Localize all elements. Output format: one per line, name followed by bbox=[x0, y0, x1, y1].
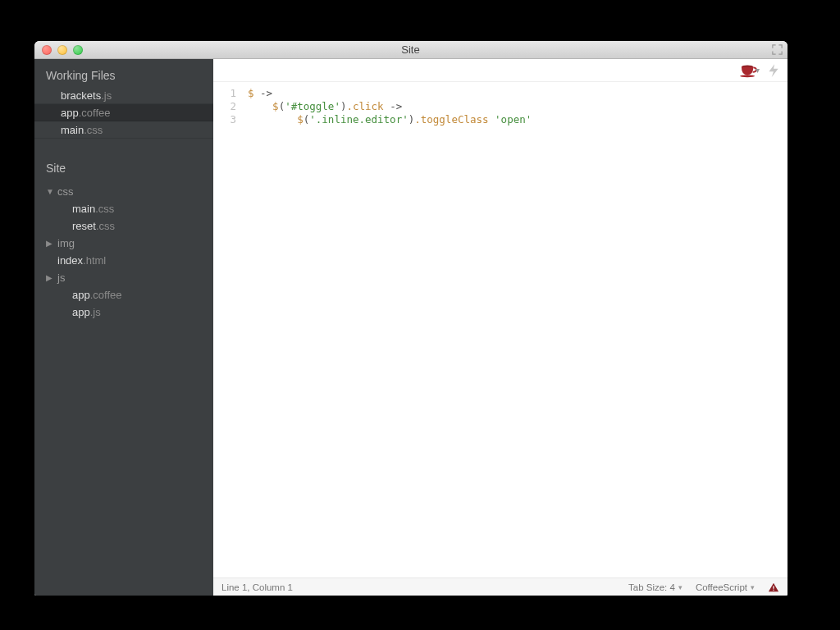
tree-file[interactable]: reset.css bbox=[34, 217, 213, 235]
coffee-icon bbox=[739, 63, 757, 78]
working-file-item[interactable]: brackets.js bbox=[34, 87, 213, 104]
twisty-icon[interactable]: ▶ bbox=[46, 239, 54, 248]
tree-folder[interactable]: ▼css bbox=[34, 183, 213, 200]
app-window: Site Working Files brackets.jsapp.coffee… bbox=[34, 41, 788, 596]
file-basename: brackets bbox=[61, 89, 101, 102]
tree-item-basename: main bbox=[72, 203, 95, 215]
working-file-item[interactable]: main.css bbox=[34, 121, 213, 139]
editor-toolbar: ▾ bbox=[213, 59, 788, 82]
code-token: '#toggle' bbox=[285, 100, 340, 112]
tree-item-basename: js bbox=[57, 272, 65, 284]
working-files-header: Working Files bbox=[34, 59, 213, 87]
fullscreen-icon[interactable] bbox=[771, 43, 783, 56]
cursor-position: Line 1, Column 1 bbox=[221, 582, 293, 592]
error-indicator[interactable] bbox=[761, 582, 779, 593]
tab-size-menu[interactable]: Tab Size: 4 ▾ bbox=[622, 582, 689, 592]
code-token: .click bbox=[346, 100, 390, 112]
code-line[interactable]: $('.inline.editor').toggleClass 'open' bbox=[248, 113, 788, 126]
tree-folder[interactable]: ▶img bbox=[34, 235, 213, 252]
tree-item-basename: app bbox=[72, 289, 90, 301]
code-token: -> bbox=[390, 100, 402, 112]
chevron-down-icon: ▾ bbox=[751, 583, 755, 591]
language-label: CoffeeScript bbox=[696, 582, 747, 592]
code-token: .toggleClass bbox=[414, 113, 495, 126]
tree-file[interactable]: main.css bbox=[34, 200, 213, 217]
file-extension: .js bbox=[101, 89, 112, 102]
tree-file[interactable]: app.js bbox=[34, 304, 213, 321]
window-body: Working Files brackets.jsapp.coffeemain.… bbox=[34, 59, 788, 596]
code-content[interactable]: $ -> $('#toggle').click -> $('.inline.ed… bbox=[243, 87, 788, 578]
language-mode-menu[interactable]: CoffeeScript ▾ bbox=[689, 582, 761, 592]
chevron-down-icon: ▾ bbox=[756, 66, 760, 75]
editor-pane: ▾ 123 $ -> $('#toggle').click -> $('.inl… bbox=[213, 59, 788, 596]
code-token bbox=[248, 113, 297, 126]
file-basename: app bbox=[61, 107, 79, 119]
tree-item-extension: .coffee bbox=[90, 289, 122, 301]
code-token: 'open' bbox=[495, 113, 532, 126]
line-number: 3 bbox=[213, 113, 236, 126]
line-number: 2 bbox=[213, 100, 236, 113]
project-tree: ▼cssmain.cssreset.css▶imgindex.html▶jsap… bbox=[34, 180, 213, 321]
code-token: $ bbox=[297, 113, 304, 126]
tree-file[interactable]: app.coffee bbox=[34, 286, 213, 304]
tree-item-extension: .html bbox=[83, 254, 106, 267]
tree-item-basename: reset bbox=[72, 220, 96, 232]
code-token bbox=[248, 100, 272, 112]
code-token: $ bbox=[248, 87, 260, 99]
code-token: '.inline.editor' bbox=[309, 113, 408, 126]
sidebar: Working Files brackets.jsapp.coffeemain.… bbox=[34, 59, 213, 596]
svg-point-1 bbox=[740, 75, 755, 77]
svg-rect-3 bbox=[773, 589, 774, 590]
code-line[interactable]: $ -> bbox=[248, 87, 788, 100]
code-token: -> bbox=[260, 87, 272, 99]
tree-item-basename: img bbox=[57, 237, 75, 249]
tree-item-basename: css bbox=[57, 185, 74, 198]
svg-rect-2 bbox=[773, 586, 774, 589]
tree-item-extension: .css bbox=[95, 203, 114, 215]
working-file-item[interactable]: app.coffee bbox=[34, 104, 213, 121]
line-number-gutter: 123 bbox=[213, 87, 243, 578]
tree-item-basename: index bbox=[57, 254, 83, 267]
tab-size-label: Tab Size: 4 bbox=[628, 582, 675, 592]
titlebar: Site bbox=[34, 41, 788, 59]
line-number: 1 bbox=[213, 87, 236, 100]
tree-item-extension: .js bbox=[90, 306, 101, 318]
file-extension: .css bbox=[84, 124, 103, 136]
twisty-icon[interactable]: ▶ bbox=[46, 273, 54, 282]
file-basename: main bbox=[61, 124, 84, 136]
window-title: Site bbox=[34, 43, 788, 56]
file-extension: .coffee bbox=[79, 107, 111, 119]
twisty-icon[interactable]: ▼ bbox=[46, 187, 54, 196]
code-token: $ bbox=[272, 100, 279, 112]
tree-folder[interactable]: ▶js bbox=[34, 269, 213, 286]
tree-item-extension: .css bbox=[96, 220, 115, 232]
live-preview-button[interactable] bbox=[766, 63, 781, 78]
working-files-list: brackets.jsapp.coffeemain.css bbox=[34, 87, 213, 139]
code-editor[interactable]: 123 $ -> $('#toggle').click -> $('.inlin… bbox=[213, 82, 788, 578]
tree-file[interactable]: index.html bbox=[34, 252, 213, 269]
code-line[interactable]: $('#toggle').click -> bbox=[248, 100, 788, 113]
status-bar: Line 1, Column 1 Tab Size: 4 ▾ CoffeeScr… bbox=[213, 578, 788, 596]
project-header: Site bbox=[34, 139, 213, 180]
warning-icon bbox=[768, 582, 779, 593]
chevron-down-icon: ▾ bbox=[678, 583, 682, 591]
coffeescript-menu[interactable]: ▾ bbox=[739, 63, 760, 78]
tree-item-basename: app bbox=[72, 306, 90, 318]
